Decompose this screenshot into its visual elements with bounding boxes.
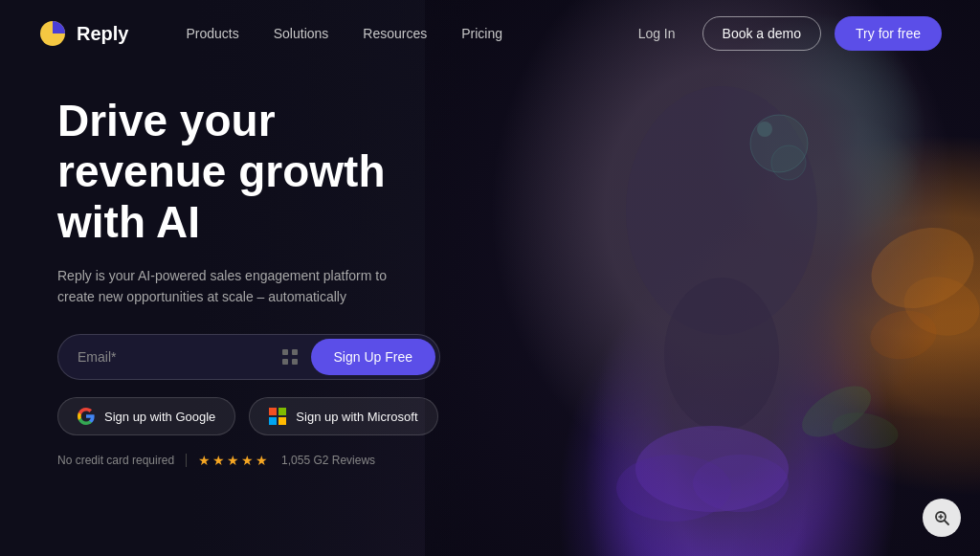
- svg-rect-14: [282, 349, 288, 355]
- social-proof: No credit card required ★★★★★ 1,055 G2 R…: [57, 453, 440, 468]
- try-free-button[interactable]: Try for free: [835, 16, 942, 51]
- grid-icon: [277, 344, 303, 370]
- google-label: Sign up with Google: [104, 410, 215, 424]
- signup-free-button[interactable]: Sign Up Free: [311, 339, 435, 375]
- no-credit-card-text: No credit card required: [57, 454, 174, 467]
- navbar: Reply Products Solutions Resources Prici…: [0, 0, 980, 67]
- microsoft-signup-button[interactable]: Sign up with Microsoft: [249, 397, 437, 435]
- google-signup-button[interactable]: Sign up with Google: [57, 397, 235, 435]
- nav-actions: Log In Book a demo Try for free: [625, 16, 942, 51]
- book-demo-button[interactable]: Book a demo: [702, 16, 822, 51]
- email-input[interactable]: [78, 342, 277, 372]
- svg-rect-18: [269, 408, 277, 415]
- signup-form: Sign Up Free: [57, 334, 440, 380]
- logo-icon: [38, 19, 67, 48]
- logo-text: Reply: [77, 23, 128, 45]
- hero-content: Drive your revenue growth with AI Reply …: [0, 67, 498, 497]
- svg-point-1: [664, 278, 779, 431]
- svg-point-3: [771, 145, 806, 180]
- google-icon: [78, 408, 95, 425]
- svg-rect-19: [278, 408, 286, 415]
- nav-pricing[interactable]: Pricing: [461, 26, 502, 41]
- microsoft-icon: [269, 408, 286, 425]
- microsoft-label: Sign up with Microsoft: [296, 410, 417, 424]
- hero-section: Reply Products Solutions Resources Prici…: [0, 0, 980, 556]
- star-rating: ★★★★★: [198, 453, 270, 468]
- svg-rect-16: [282, 359, 288, 365]
- svg-point-4: [757, 122, 772, 137]
- nav-solutions[interactable]: Solutions: [274, 26, 329, 41]
- nav-products[interactable]: Products: [186, 26, 238, 41]
- review-count: 1,055 G2 Reviews: [281, 454, 375, 467]
- svg-rect-15: [292, 349, 298, 355]
- logo[interactable]: Reply: [38, 19, 128, 48]
- social-buttons: Sign up with Google Sign up with Microso…: [57, 397, 440, 435]
- svg-point-10: [693, 455, 789, 512]
- login-button[interactable]: Log In: [625, 18, 689, 49]
- svg-rect-21: [278, 417, 286, 425]
- nav-resources[interactable]: Resources: [363, 26, 427, 41]
- svg-rect-20: [269, 417, 277, 425]
- zoom-button[interactable]: [923, 499, 961, 537]
- zoom-icon: [933, 509, 950, 526]
- nav-links: Products Solutions Resources Pricing: [186, 26, 624, 41]
- hero-background-image: [425, 0, 980, 556]
- svg-rect-17: [292, 359, 298, 365]
- hero-headline: Drive your revenue growth with AI: [57, 96, 440, 248]
- svg-line-23: [945, 521, 948, 524]
- proof-divider: [186, 454, 187, 467]
- hero-svg-detail: [425, 0, 980, 556]
- hero-subtext: Reply is your AI-powered sales engagemen…: [57, 265, 421, 308]
